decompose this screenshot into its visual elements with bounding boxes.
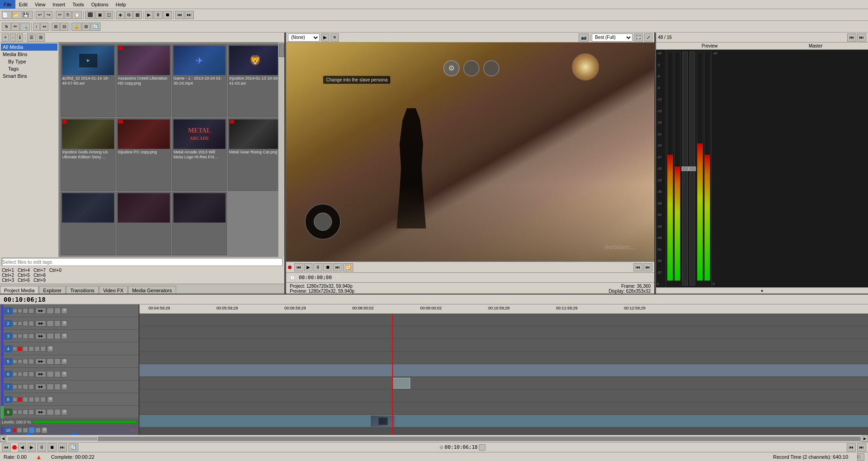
tree-item-by-type[interactable]: By Type: [1, 58, 58, 65]
menu-edit[interactable]: Edit: [15, 0, 31, 9]
tl-goto-end[interactable]: ⏭: [58, 443, 67, 451]
prev-ctrl-goto-start[interactable]: ⏮: [294, 263, 303, 271]
t2-fx[interactable]: ▶▶: [35, 320, 46, 327]
tb-btn3[interactable]: ◫: [105, 11, 113, 19]
t4-b4[interactable]: [40, 346, 46, 352]
t7-fx[interactable]: ▶▶: [35, 384, 46, 390]
t2-c2[interactable]: [47, 320, 54, 327]
tl-play[interactable]: ▶: [28, 443, 36, 451]
media-item-7[interactable]: Metal Gear Rising Cat.png: [228, 118, 283, 191]
t6-c2[interactable]: [47, 371, 54, 377]
track-num-7[interactable]: 7: [4, 383, 12, 390]
menu-insert[interactable]: Insert: [49, 0, 69, 9]
media-item-2[interactable]: ✈ Game - 1 - 2013-10-24 01-30-24.mp4: [172, 44, 227, 117]
tb-btn2[interactable]: ▣: [96, 11, 104, 19]
t2-btn1[interactable]: [23, 321, 28, 326]
preview-tb2[interactable]: ✕: [331, 33, 339, 42]
track-num-5[interactable]: 5: [4, 358, 12, 365]
t4-b2[interactable]: [29, 346, 34, 352]
t4-gear[interactable]: ⚙: [47, 346, 53, 352]
t1-gear[interactable]: ⚙: [61, 308, 67, 314]
t10-gear[interactable]: ⚙: [41, 427, 48, 433]
preview-tb1[interactable]: ▶: [321, 33, 329, 42]
menu-tools[interactable]: Tools: [69, 0, 88, 9]
right-tb-btn1[interactable]: ⏮: [847, 33, 856, 42]
t9-gear[interactable]: ⚙: [61, 409, 67, 415]
prev-ctrl-r1[interactable]: ⏮: [633, 263, 643, 271]
t8-gear[interactable]: ⚙: [47, 396, 53, 403]
track-num-1[interactable]: 1: [4, 307, 12, 314]
t5-c2[interactable]: [47, 358, 54, 365]
tree-item-media-bins[interactable]: Media Bins: [1, 51, 58, 58]
tree-item-smart-bins[interactable]: Smart Bins: [1, 72, 58, 80]
track-num-2[interactable]: 2: [4, 320, 12, 327]
track-num-9[interactable]: 9: [4, 409, 12, 416]
t2-gear[interactable]: ⚙: [61, 320, 67, 327]
tb-btn9[interactable]: ⏹: [163, 11, 172, 19]
redo-btn[interactable]: ↪: [44, 11, 53, 19]
t1-comp[interactable]: [47, 308, 54, 314]
save-btn[interactable]: 💾: [23, 11, 33, 19]
tl-stop[interactable]: ⏹: [48, 443, 57, 451]
t10-b2[interactable]: [23, 428, 28, 433]
t4-b3[interactable]: [34, 346, 40, 352]
undo-btn[interactable]: ↩: [36, 11, 44, 19]
right-tb-btn2[interactable]: ⏭: [857, 33, 866, 42]
render-btn[interactable]: ▶: [145, 11, 153, 19]
media-item-10[interactable]: [172, 192, 227, 255]
t1-mute[interactable]: [23, 308, 28, 314]
track-num-4[interactable]: 4: [4, 345, 12, 352]
t7-gear[interactable]: ⚙: [61, 384, 67, 390]
tb-btn6[interactable]: ▦: [133, 11, 142, 19]
tl-r2[interactable]: ⏭: [857, 443, 866, 451]
tree-item-tags[interactable]: Tags: [1, 65, 58, 72]
t9-b1[interactable]: [23, 409, 28, 415]
tb2-btn6[interactable]: ⊞: [52, 23, 60, 31]
t6-c3[interactable]: [54, 371, 61, 377]
tl-prev[interactable]: ◀: [18, 443, 26, 451]
t7-c3[interactable]: [54, 384, 61, 390]
view-thumb-btn[interactable]: ⊞: [37, 33, 45, 42]
tb2-snap[interactable]: 🔒: [72, 23, 82, 31]
t1-env[interactable]: [54, 308, 61, 314]
tb-btn4[interactable]: ◈: [116, 11, 125, 19]
media-item-9[interactable]: [116, 192, 171, 255]
tl-r1[interactable]: ⏮: [847, 443, 856, 451]
t8-b4[interactable]: [40, 397, 46, 402]
t9-b2[interactable]: [29, 409, 34, 415]
t3-fx[interactable]: ▶▶: [35, 333, 46, 339]
t4-b1[interactable]: [23, 346, 28, 352]
tb2-btn2[interactable]: ✏: [11, 23, 19, 31]
media-item-0[interactable]: ▶ ac3hd_32 2014-01-14 18-49-57-80.avi: [61, 44, 115, 117]
prev-ctrl-pause[interactable]: ⏸: [313, 263, 322, 271]
t6-gear[interactable]: ⚙: [61, 371, 67, 377]
t8-b1[interactable]: [23, 397, 28, 402]
media-scroll[interactable]: [278, 43, 284, 257]
tb2-btn7[interactable]: ⊟: [60, 23, 68, 31]
prev-ctrl-loop[interactable]: 🔁: [343, 263, 353, 271]
t9-fx[interactable]: ▶▶: [35, 409, 46, 415]
tb-btn10[interactable]: ⏮: [175, 11, 184, 19]
t2-btn2[interactable]: [29, 321, 34, 326]
t8-b2[interactable]: [29, 397, 34, 402]
t7-c2[interactable]: [47, 384, 54, 390]
t5-c3[interactable]: [54, 358, 61, 365]
t7-b2[interactable]: [29, 384, 34, 390]
tb2-btn1[interactable]: 🖱: [2, 23, 11, 31]
tb2-btn5[interactable]: ⇔: [40, 23, 48, 31]
tb2-loop[interactable]: 🔄: [91, 23, 101, 31]
new-btn[interactable]: 📄: [2, 11, 12, 19]
menu-view[interactable]: View: [31, 0, 49, 9]
add-media-btn[interactable]: +: [2, 33, 9, 42]
tb-btn8[interactable]: ⏸: [153, 11, 163, 19]
prev-ctrl-goto-end[interactable]: ⏭: [333, 263, 342, 271]
track-num-8[interactable]: 8: [4, 396, 12, 403]
t6-b1[interactable]: [23, 371, 28, 377]
t3-c3[interactable]: [54, 333, 61, 339]
prev-ctrl-stop[interactable]: ⏹: [323, 263, 332, 271]
tb-btn1[interactable]: ⬛: [85, 11, 95, 19]
t1-fx[interactable]: ▶▶: [35, 308, 46, 314]
prev-ctrl-r2[interactable]: ⏭: [643, 263, 652, 271]
t10-b3[interactable]: [29, 427, 35, 433]
menu-help[interactable]: Help: [112, 0, 129, 9]
